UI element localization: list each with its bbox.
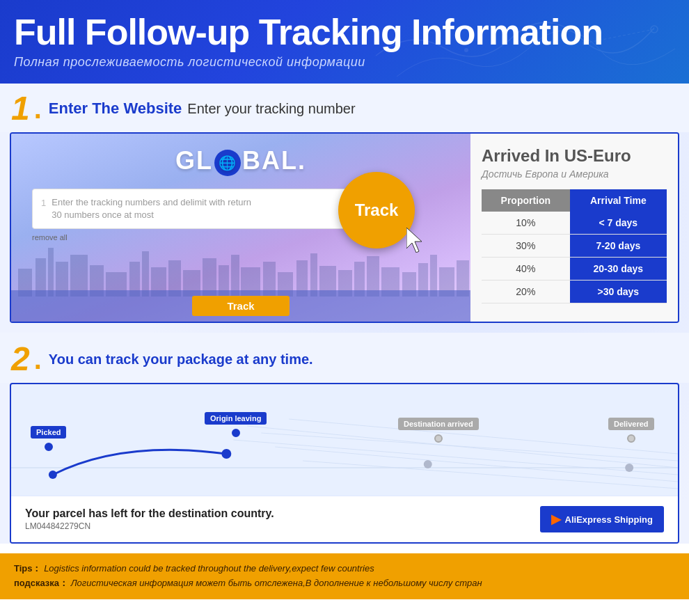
svg-rect-7 [48,248,54,297]
tips-line-ru: подсказка： Логистическая информация може… [14,576,675,591]
step1-number: 1 [11,92,30,125]
stage-delivered-dot [627,434,635,443]
stage-delivered-label: Delivered [608,418,654,430]
proportion-cell: 10% [482,212,570,235]
step2-dot: . [34,345,42,373]
table-row: 20%>30 days [482,281,667,303]
tips-text-ru: Логистическая информация может быть отсл… [71,578,482,588]
tracker-panel: GL 🌐 BAL. 1 Enter the tracking numbers a… [11,134,470,322]
stage-destination: Destination arrived [398,418,479,443]
aliexpress-label: AliExpress Shipping [565,514,653,525]
tips-bar: Tips： Logistics information could be tra… [0,553,689,599]
proportion-cell: 30% [482,235,570,258]
table-row: 10%< 7 days [482,212,667,235]
tracker-bottom-bar: Track [11,290,470,322]
stage-origin-dot [232,429,240,437]
step1-header: 1 . Enter The Website Enter your trackin… [0,84,689,132]
tracking-id: LM044842279CN [25,521,274,531]
table-row: 30%7-20 days [482,235,667,258]
stage-origin-label: Origin leaving [205,412,267,425]
col-arrival: Arrival Time [570,189,667,212]
tracking-panel: Picked Origin leaving Destination arrive… [10,383,679,544]
stage-picked-label: Picked [31,426,66,439]
tips-label-ru: подсказка： [14,578,68,588]
stage-picked: Picked [31,426,66,451]
arrival-cell: >30 days [570,281,667,303]
tips-line-en: Tips： Logistics information could be tra… [14,562,675,576]
arrival-cell: 7-20 days [570,235,667,258]
stage-delivered: Delivered [608,418,654,443]
map-bg-icon [341,0,689,84]
tips-text-en: Logistics information could be tracked t… [44,563,374,574]
step1-label-normal: Enter your tracking number [187,101,355,117]
tracker-bottom-button[interactable]: Track [192,296,289,316]
track-button-container: Track [338,172,415,248]
proportion-cell: 20% [482,281,570,303]
tracking-info-left: Your parcel has left for the destination… [25,507,274,531]
stage-destination-label: Destination arrived [398,418,479,430]
info-title: Arrived In US-Euro [482,146,667,166]
tracker-input-area[interactable]: 1 Enter the tracking numbers and delimit… [32,189,373,229]
stage-origin: Origin leaving [205,412,267,437]
proportion-cell: 40% [482,258,570,281]
arrival-cell: 20-30 days [570,258,667,281]
tips-label-en: Tips： [14,563,42,574]
tracking-info: Your parcel has left for the destination… [11,496,678,542]
aliexpress-badge: ▶ AliExpress Shipping [540,506,664,532]
header: Full Follow-up Tracking Information Полн… [0,0,689,84]
stage-picked-dot [45,443,53,451]
info-panel: Arrived In US-Euro Достичь Европа и Амер… [470,134,678,322]
tracker-line-number: 1 [41,198,46,208]
parcel-text: Your parcel has left for the destination… [25,507,274,520]
col-proportion: Proportion [482,189,570,212]
step2-label: You can track your package at any time. [49,352,313,368]
arrival-table: Proportion Arrival Time 10%< 7 days30%7-… [482,189,667,303]
info-subtitle: Достичь Европа и Америка [482,168,667,180]
step1-dot: . [34,95,42,123]
stage-destination-dot [434,434,443,443]
step1-content: GL 🌐 BAL. 1 Enter the tracking numbers a… [10,132,679,323]
step2-header: 2 . You can track your package at any ti… [0,333,689,383]
tracker-placeholder-text: Enter the tracking numbers and delimit w… [52,196,251,221]
table-row: 40%20-30 days [482,258,667,281]
cityscape-icon [11,241,470,297]
step2-number: 2 [11,342,30,376]
arrival-cell: < 7 days [570,212,667,235]
svg-point-0 [464,48,468,52]
step1-label-bold: Enter The Website [49,100,182,118]
svg-line-3 [585,29,654,43]
track-button[interactable]: Track [338,172,415,248]
